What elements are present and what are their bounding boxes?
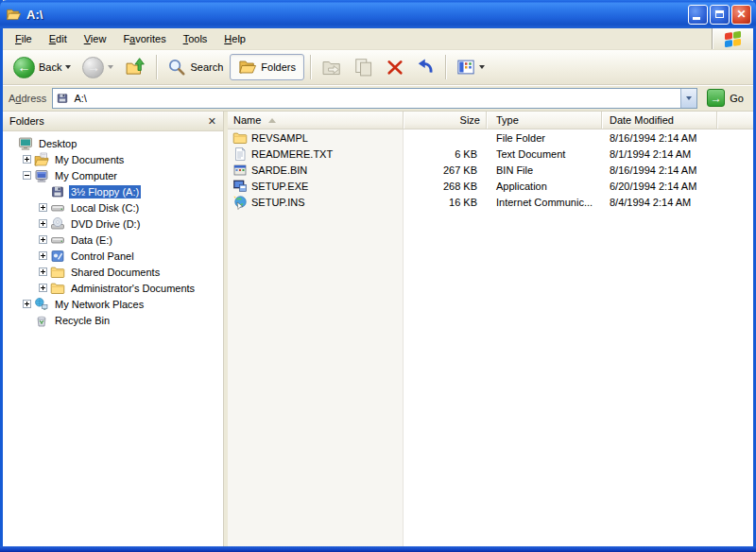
move-to-icon [321,57,342,78]
list-header: NameSizeTypeDate Modified [228,112,753,129]
views-button[interactable] [452,56,490,78]
folder-icon [50,265,65,280]
expand-plus-icon[interactable] [39,235,47,244]
menu-item-view[interactable]: View [76,33,115,44]
folder-icon [232,130,248,146]
tree-item-label: Shared Documents [69,266,162,279]
folder-open-icon [6,7,22,23]
title-bar[interactable]: A:\ ✕ [0,0,756,28]
expand-plus-icon[interactable] [39,284,47,292]
menu-item-tools[interactable]: Tools [175,33,216,44]
file-row-sarde-bin[interactable]: SARDE.BIN267 KBBIN File8/16/1994 2:14 AM [228,162,753,178]
menu-item-help[interactable]: Help [215,33,254,44]
back-button[interactable]: ← Back [9,55,76,80]
file-name-cell: REVSAMPL [228,129,404,146]
menu-item-file[interactable]: File [7,33,41,44]
file-size: 268 KB [404,178,487,194]
address-bar: Address A:\ → Go [3,85,753,112]
tree-item-local-disk-c[interactable]: Local Disk (C:) [3,199,223,216]
file-row-readmere-txt[interactable]: READMERE.TXT6 KBText Document8/1/1994 2:… [228,146,753,162]
copy-to-button[interactable] [349,55,379,79]
tree-item-my-documents[interactable]: My Documents [3,151,223,167]
tree-item-3-floppy-a[interactable]: 3½ Floppy (A:) [3,183,223,199]
up-button[interactable] [120,55,150,79]
file-row-revsampl[interactable]: REVSAMPLFile Folder8/16/1994 2:14 AM [228,129,753,146]
forward-button[interactable]: → [77,55,118,80]
tree-item-control-panel[interactable]: Control Panel [3,248,223,264]
file-name: SETUP.INS [251,197,305,208]
file-date-modified: 8/16/1994 2:14 AM [602,129,717,146]
close-button[interactable]: ✕ [731,5,751,25]
tree-item-desktop[interactable]: Desktop [3,135,223,151]
move-to-button[interactable] [317,55,347,79]
tree-item-data-e[interactable]: Data (E:) [3,232,223,248]
explorer-window: A:\ ✕ FileEditViewFavoritesToolsHelp ← B… [0,0,756,552]
folders-button[interactable]: Folders [230,54,304,80]
column-header-type[interactable]: Type [487,112,602,129]
search-label: Search [190,61,223,73]
tree-item-label: Recycle Bin [53,314,112,327]
go-label: Go [730,93,744,104]
file-name: READMERE.TXT [251,148,333,160]
expand-plus-icon[interactable] [23,300,31,308]
menu-item-edit[interactable]: Edit [41,33,76,44]
window-title: A:\ [26,8,43,22]
go-button[interactable]: → Go [703,89,747,107]
expand-plus-icon[interactable] [39,219,47,228]
delete-button[interactable] [381,56,409,78]
back-label: Back [39,61,61,73]
file-type: Application [487,178,602,194]
column-header-size[interactable]: Size [404,112,487,129]
file-size: 6 KB [404,146,487,162]
file-size [404,129,487,146]
menu-item-favorites[interactable]: Favorites [114,33,174,44]
file-row-setup-ins[interactable]: SETUP.INS16 KBInternet Communic...8/4/19… [228,194,753,210]
back-dropdown-icon[interactable] [65,65,71,69]
tree-item-label: Local Disk (C:) [69,201,141,215]
file-size: 267 KB [404,162,487,178]
close-folders-panel-button[interactable]: ✕ [208,116,216,127]
minimize-button[interactable] [688,5,708,25]
go-arrow-icon: → [707,89,725,107]
maximize-button[interactable] [710,5,730,25]
column-header-label: Size [460,114,480,126]
expand-plus-icon[interactable] [23,155,31,164]
folder-tree: DesktopMy DocumentsMy Computer3½ Floppy … [3,131,223,328]
views-dropdown-icon[interactable] [479,65,485,69]
file-type: Text Document [487,146,602,162]
expand-plus-icon[interactable] [39,203,47,212]
sort-ascending-icon [268,118,276,123]
address-dropdown-button[interactable] [680,89,696,108]
undo-button[interactable] [411,56,439,78]
collapse-minus-icon[interactable] [23,171,31,180]
minimize-icon [693,17,700,20]
file-size: 16 KB [404,194,487,210]
column-header-name[interactable]: Name [228,112,404,129]
search-button[interactable]: Search [163,56,228,78]
tree-item-shared-documents[interactable]: Shared Documents [3,264,223,280]
address-input[interactable]: A:\ [52,88,697,109]
file-row-setup-exe[interactable]: SETUP.EXE268 KBApplication6/20/1994 2:14… [228,178,753,194]
tree-item-administrator-s-documents[interactable]: Administrator's Documents [3,280,223,296]
expand-plus-icon[interactable] [39,251,47,260]
tree-item-label: My Computer [53,169,119,182]
up-folder-icon [125,57,146,78]
tree-item-label: Control Panel [69,250,136,263]
tree-item-my-network-places[interactable]: My Network Places [3,296,223,312]
tree-item-my-computer[interactable]: My Computer [3,167,223,183]
file-name: SARDE.BIN [251,164,307,176]
disk-icon [50,233,65,248]
forward-arrow-icon: → [82,57,104,78]
file-name-cell: READMERE.TXT [228,146,404,162]
column-header-date-modified[interactable]: Date Modified [602,112,717,129]
maximize-icon [715,10,724,18]
file-name-cell: SARDE.BIN [228,162,404,178]
control-panel-icon [50,249,65,264]
tree-item-recycle-bin[interactable]: Recycle Bin [3,312,223,328]
folders-panel-title: Folders [9,115,44,127]
desktop-icon [18,136,33,151]
expand-plus-icon[interactable] [39,267,47,276]
toolbar: ← Back → Search Folders [3,50,753,85]
file-type: Internet Communic... [487,194,602,210]
tree-item-dvd-drive-d[interactable]: DVD Drive (D:) [3,216,223,232]
